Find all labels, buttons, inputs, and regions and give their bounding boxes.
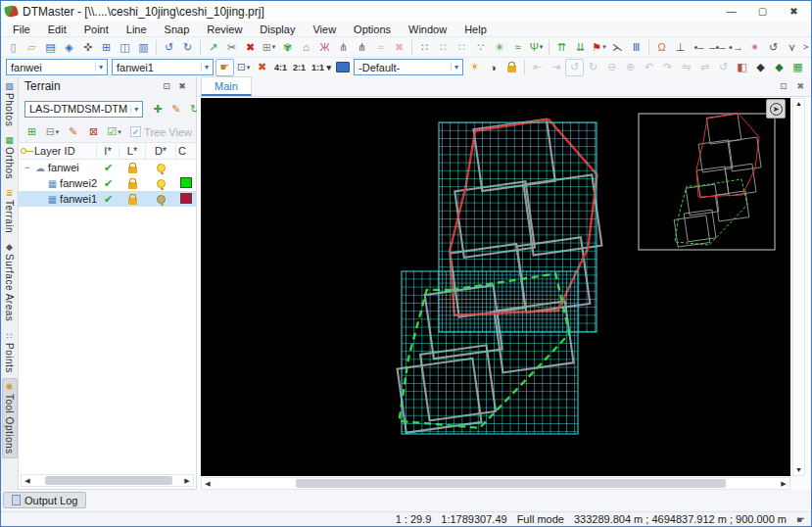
display-bulb-icon[interactable] xyxy=(157,179,166,188)
unlocked-icon[interactable] xyxy=(128,182,137,189)
flag-errors[interactable]: ⚑▾ xyxy=(590,38,608,56)
tree-view-checkbox[interactable]: ✔ xyxy=(130,126,141,137)
scroll-thumb[interactable] xyxy=(296,479,726,488)
scroll-up-arrow[interactable]: ▲ xyxy=(795,99,802,109)
sidebar-tab-surface-areas[interactable]: ◆Surface Areas xyxy=(2,239,18,324)
grid-options[interactable]: ⊞▾ xyxy=(260,38,278,56)
doc-close-button[interactable]: ✖ xyxy=(796,81,804,91)
free-rotate-cw[interactable]: ↻ xyxy=(584,59,602,76)
sidebar-tab-orthos[interactable]: ▦Orthos xyxy=(2,132,18,182)
promote-up[interactable]: ⇈ xyxy=(552,38,571,56)
zoom-extents[interactable]: ✖ xyxy=(253,59,271,76)
unlocked-icon[interactable] xyxy=(128,198,137,205)
flip-vertical[interactable]: ⇌ xyxy=(695,59,714,76)
column-layer-id[interactable]: Layer ID xyxy=(19,143,97,159)
brightness[interactable]: ☀ xyxy=(465,59,484,76)
unlocked-icon[interactable] xyxy=(128,167,137,173)
zoom-4-1[interactable]: 4:1 xyxy=(271,63,290,72)
redo[interactable]: ↻ xyxy=(178,38,197,56)
smooth-tool[interactable]: ≈ xyxy=(508,38,527,56)
output-log-tab[interactable]: Output Log xyxy=(3,492,86,508)
edit-house[interactable]: ⌂ xyxy=(297,38,315,56)
pan-to-terrain[interactable]: ✚ xyxy=(148,100,167,118)
color-swatch[interactable] xyxy=(180,193,192,204)
photo-list[interactable]: ▥ xyxy=(134,38,153,56)
menu-display[interactable]: Display xyxy=(251,24,304,35)
layer-row-fanwei[interactable]: −☁fanwei✔ xyxy=(19,160,196,175)
undo[interactable]: ↺ xyxy=(160,38,178,56)
compare-overlay[interactable]: ◧ xyxy=(733,59,751,76)
open-folder[interactable]: ▱ xyxy=(23,38,41,56)
map-canvas[interactable]: ➤ xyxy=(201,98,790,476)
display-lock[interactable] xyxy=(502,59,521,76)
layer-row-fanwei2[interactable]: ▦fanwei2✔ xyxy=(19,175,196,191)
add-layer[interactable]: ⊞ xyxy=(23,123,41,141)
zoom-2-1[interactable]: 2:1 xyxy=(290,63,309,72)
scroll-right-arrow[interactable]: ▶ xyxy=(181,477,193,485)
rotate-right[interactable]: ↷ xyxy=(658,59,677,76)
edit-terrain[interactable]: ✎ xyxy=(167,100,185,118)
column-lock[interactable]: L* xyxy=(119,143,146,159)
canvas-horizontal-scrollbar[interactable]: ◀ ▶ xyxy=(201,477,790,490)
walk-mode[interactable]: ⋋ xyxy=(608,38,627,56)
goto-photo[interactable]: ◈ xyxy=(60,38,78,56)
layer-group-combo[interactable]: fanwei▾ xyxy=(6,59,108,75)
snap-midpoint[interactable]: –•– xyxy=(708,38,727,56)
select-layers[interactable]: ☑▾ xyxy=(105,123,123,141)
rotate-tool[interactable]: ↺ xyxy=(764,38,783,56)
menu-review[interactable]: Review xyxy=(198,24,251,35)
snap-nearest[interactable]: •→ xyxy=(727,38,745,56)
paint-surface[interactable]: ✾ xyxy=(278,38,297,56)
demote-down[interactable]: ⇊ xyxy=(571,38,590,56)
menu-snap[interactable]: Snap xyxy=(156,24,199,35)
profile-lines[interactable]: ⋔ xyxy=(334,38,353,56)
spray-points[interactable]: ✴ xyxy=(745,38,764,56)
visible-check-icon[interactable]: ✔ xyxy=(97,162,119,174)
vegetation-filter[interactable]: Ψ▾ xyxy=(527,38,546,56)
expander[interactable]: − xyxy=(24,163,32,172)
sidebar-tab-photos[interactable]: ▧Photos xyxy=(2,78,18,129)
save-project[interactable]: ▤ xyxy=(41,38,60,56)
panel-float-button[interactable]: ⊡ xyxy=(159,81,174,91)
densify-grid[interactable]: ∷ xyxy=(415,38,434,56)
menu-file[interactable]: File xyxy=(4,24,39,35)
visible-check-icon[interactable]: ✔ xyxy=(97,177,119,190)
photo-pair[interactable]: ◫ xyxy=(116,38,134,56)
overview-minimap[interactable] xyxy=(639,114,775,250)
menu-view[interactable]: View xyxy=(304,24,345,35)
menu-line[interactable]: Line xyxy=(118,24,156,35)
zoom-window[interactable]: ⊡▾ xyxy=(234,59,253,76)
column-display[interactable]: D* xyxy=(146,143,176,159)
north-arrow-button[interactable]: ➤ xyxy=(766,99,786,119)
snap-stake[interactable]: ⊥ xyxy=(671,38,690,56)
scroll-left-arrow[interactable]: ◀ xyxy=(202,480,214,488)
sidebar-tab-terrain[interactable]: ≣Terrain xyxy=(2,185,18,236)
classify-points[interactable]: ∵ xyxy=(471,38,490,56)
menu-help[interactable]: Help xyxy=(455,24,496,35)
tree-view-toggle[interactable]: ✔ Tree View xyxy=(130,126,192,138)
menu-edit[interactable]: Edit xyxy=(39,24,75,35)
delete-layer[interactable]: ⊠ xyxy=(84,123,103,141)
free-rotate[interactable]: ↺ xyxy=(565,59,584,76)
sidebar-tab-points[interactable]: ∷Points xyxy=(2,328,18,376)
flip-horizontal[interactable]: ⇋ xyxy=(677,59,695,76)
canvas-vertical-scrollbar[interactable]: ▲ ▼ xyxy=(792,98,805,476)
seed-point[interactable]: ✳ xyxy=(490,38,508,56)
zoom-next[interactable]: ⊕ xyxy=(621,59,640,76)
color-swatch[interactable] xyxy=(180,177,192,188)
stereo-mode-2[interactable]: ◆ xyxy=(770,59,788,76)
close-button[interactable]: ✖ xyxy=(781,3,807,20)
tab-main[interactable]: Main xyxy=(201,76,252,96)
display-bulb-icon[interactable] xyxy=(157,195,166,204)
draw-line[interactable]: ↗ xyxy=(204,38,222,56)
delete-object[interactable]: ✖ xyxy=(241,38,260,56)
rotate-left[interactable]: ↶ xyxy=(640,59,658,76)
stereo-mode[interactable]: ◆ xyxy=(751,59,770,76)
display-bulb-icon[interactable] xyxy=(157,164,166,172)
display-profile-combo[interactable]: -Default-▾ xyxy=(354,59,463,75)
panel-horizontal-scrollbar[interactable]: ◀ ▶ xyxy=(21,474,194,487)
doc-float-button[interactable]: ⊡ xyxy=(780,81,788,91)
restore-button[interactable]: ▢ xyxy=(749,3,776,20)
station-marker[interactable]: Ж xyxy=(315,38,334,56)
sidebar-tab-tool-options[interactable]: ✱Tool Options xyxy=(2,378,18,458)
